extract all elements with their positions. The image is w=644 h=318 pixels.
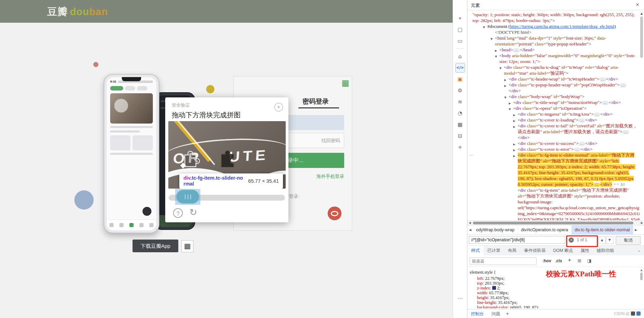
inspect-icon[interactable]: ⌖ — [455, 13, 465, 23]
tab-4[interactable]: DOM 断点 — [549, 246, 577, 255]
tab-5[interactable]: 属性 — [577, 246, 593, 255]
tab-1[interactable]: 已计算 — [484, 246, 504, 255]
toggle-hover-state[interactable]: :hov — [542, 258, 551, 263]
network-icon[interactable]: ≋ — [455, 97, 465, 107]
drawer-tab-console[interactable]: 控制台 — [471, 311, 484, 317]
forgot-password-link[interactable]: 找回密码 — [321, 138, 340, 144]
expand-arrow-open[interactable]: ▼ — [495, 54, 497, 60]
overseas-login-link[interactable]: 海外手机登录 — [316, 173, 344, 180]
panels-icon[interactable]: ▢ — [455, 25, 465, 34]
next-match-button[interactable]: ▼ — [606, 236, 613, 244]
help-icon[interactable]: ? — [173, 208, 183, 218]
drawer-tab-issues[interactable]: 问题 — [492, 311, 500, 317]
tab-3[interactable]: 事件侦听器 — [520, 246, 550, 255]
cancel-button[interactable]: 取消 — [616, 236, 641, 245]
dom-tree-line[interactable]: ▶<div class="tc-cover tc-error">…</div> — [467, 146, 640, 152]
dom-tree-line[interactable]: ▶<div class="tc-cover tc-loading">…</div… — [467, 117, 640, 123]
tab-password-login[interactable]: 密码登录 — [303, 97, 329, 106]
tree-horizontal-scrollbar[interactable]: ◀ ▶ — [467, 220, 644, 225]
qr-login-icon[interactable]: ▦ — [341, 79, 349, 87]
dom-tree-line[interactable]: ▼<html lang="mul" data-dpr="1" style="fo… — [467, 35, 640, 47]
refresh-icon[interactable]: ↻ — [189, 207, 197, 218]
console-icon[interactable]: ▣ — [455, 74, 465, 84]
tab-6[interactable]: 辅助功能 — [593, 246, 618, 255]
styles-scrollbar[interactable]: ▲ — [640, 268, 643, 280]
scroll-up-arrow[interactable]: ▲ — [640, 268, 643, 272]
style-property[interactable]: line-height: 35.4167px; — [477, 300, 539, 305]
new-style-rule-icon[interactable]: + — [568, 257, 571, 263]
toggle-class[interactable]: .cls — [555, 258, 562, 263]
dom-tree-line[interactable]: ⋯▶<div class="tc-fg-item tc-slider-norma… — [467, 152, 640, 187]
douban-logo[interactable]: 豆瓣douban — [47, 5, 108, 19]
dialog-close-icon[interactable]: × — [274, 103, 283, 112]
breadcrumb-item[interactable]: div#tcOperation.tc-opera — [518, 225, 572, 234]
dom-tree-line[interactable]: ▶<div class="tc-popup-header-wrap" id="p… — [467, 82, 640, 94]
expand-arrow-closed[interactable]: ▶ — [513, 124, 515, 130]
style-property[interactable]: background-color: rgb(65, 190, 87); — [477, 305, 539, 308]
devtools-close-icon[interactable]: × — [634, 1, 641, 8]
home-icon[interactable]: ⌂ — [455, 52, 465, 61]
style-properties: left: 22.7679px;top: 203.393px;z-index: … — [477, 276, 539, 308]
weibo-icon[interactable] — [328, 206, 341, 220]
dom-tree-line[interactable]: ▶<div class="tc-header-wrap" id="tcWrapH… — [467, 76, 640, 82]
dom-tree-line[interactable]: ▼<body aria-hidden="false" marginwidth="… — [467, 53, 640, 64]
debug-icon[interactable]: ⚙ — [455, 86, 465, 95]
scroll-left-arrow[interactable]: ◀ — [469, 221, 471, 224]
performance-icon[interactable]: ◔ — [455, 108, 465, 118]
breadcrumb-scroll-right[interactable]: ▶ — [633, 225, 639, 234]
dom-tree-line[interactable]: ▼<div class="body-wrap" id="bodyWrap"> — [467, 94, 640, 99]
dom-tree-line[interactable]: ▼<div class="tc-captcha tc-drag" id="tcW… — [467, 64, 640, 76]
breadcrumb-item[interactable]: odyWrap.body-wrap — [473, 225, 518, 234]
dom-tree-line[interactable]: <!DOCTYPE html> — [467, 29, 640, 35]
scrollbar-thumb[interactable] — [640, 273, 643, 280]
dom-tree-line[interactable]: ▶<div class="tc-cover tc-fail" id="cover… — [467, 123, 640, 140]
previous-match-button[interactable]: ▲ — [598, 236, 606, 244]
dom-tree-line[interactable]: ▶<head>…</head> — [467, 47, 640, 53]
storage-icon[interactable]: ⊟ — [455, 131, 465, 141]
expand-arrow-closed[interactable]: ▶ — [504, 83, 506, 89]
style-filter-input[interactable] — [469, 257, 537, 265]
style-property[interactable]: width: 65.7738px; — [477, 290, 539, 295]
dom-tree-line[interactable]: "opacity: 1; position: static; height: 3… — [467, 12, 640, 23]
dom-tree-line[interactable]: ▶<div class="tc-cover tc-success">…</div… — [467, 140, 640, 146]
style-property[interactable]: top: 203.393px; — [477, 281, 539, 286]
search-input[interactable] — [469, 236, 565, 244]
captcha-image: OR UTE div.tc-fg-item.tc-slider-normal 6… — [168, 121, 286, 189]
scrollbar-thumb[interactable] — [640, 17, 643, 58]
tree-vertical-scrollbar[interactable]: ▲ — [640, 12, 643, 220]
expand-arrow-open[interactable]: ▼ — [490, 36, 493, 42]
phone-notch — [122, 77, 141, 81]
drawer-add-icon[interactable]: + — [506, 310, 509, 316]
expand-arrow-closed[interactable]: ▶ — [513, 153, 515, 159]
more-icon[interactable]: ⋯ — [453, 295, 467, 301]
line-options-icon[interactable]: ⋯ — [469, 152, 474, 158]
download-app-button[interactable]: 下载豆瓣App — [133, 240, 178, 252]
dom-tree-line[interactable]: ▼<div class="tc-opera" id="tcOperation"> — [467, 105, 640, 111]
dom-tree-line[interactable]: <div class="tc-fg-item" aria-label="拖动下方… — [467, 187, 640, 222]
tab-styles-selected[interactable]: 样式 — [467, 246, 484, 255]
add-icon[interactable]: + — [455, 142, 465, 152]
download-qr-icon[interactable]: ▦ — [181, 240, 193, 252]
breadcrumb-scroll-left[interactable]: ◀ — [467, 225, 473, 234]
code-panel-icon[interactable]: </> — [455, 63, 465, 73]
computed-panel-icon[interactable]: ◨ — [587, 258, 591, 263]
style-property[interactable]: height: 35.4167px; — [477, 295, 539, 300]
scroll-right-arrow[interactable]: ▶ — [641, 221, 643, 224]
chevron-down-icon[interactable]: ⌄ — [634, 246, 644, 255]
dom-tree-line[interactable]: ▶<div class="tc-title-wrap" id="instruct… — [467, 99, 640, 105]
scrollbar-thumb[interactable] — [473, 222, 633, 224]
style-property[interactable]: left: 22.7679px; — [477, 276, 539, 281]
element-state-icon[interactable]: ⊞ — [578, 258, 581, 263]
expand-arrow-open[interactable]: ▼ — [499, 65, 502, 71]
devtools-panel: 元素 × "opacity: 1; position: static; heig… — [467, 0, 644, 318]
styles-pane: element.style { left: 22.7679px;top: 203… — [467, 267, 644, 309]
puzzle-drag-piece[interactable] — [219, 149, 238, 167]
style-property[interactable]: z-index: 2; — [477, 286, 539, 290]
memory-icon[interactable]: ▦ — [455, 120, 465, 129]
dom-tree-line[interactable]: ▶<div class="tc-imgarea" id="tcImgArea">… — [467, 111, 640, 117]
scroll-up-arrow[interactable]: ▲ — [640, 12, 643, 15]
tab-2[interactable]: 布局 — [504, 246, 520, 255]
breadcrumb-item[interactable]: div.tc-fg-item.tc-slider-normal — [572, 225, 633, 234]
dom-tree-line[interactable]: ▼#document (https://turing.captcha.gtimg… — [467, 23, 640, 29]
window-icon[interactable]: ▭ — [455, 36, 465, 46]
